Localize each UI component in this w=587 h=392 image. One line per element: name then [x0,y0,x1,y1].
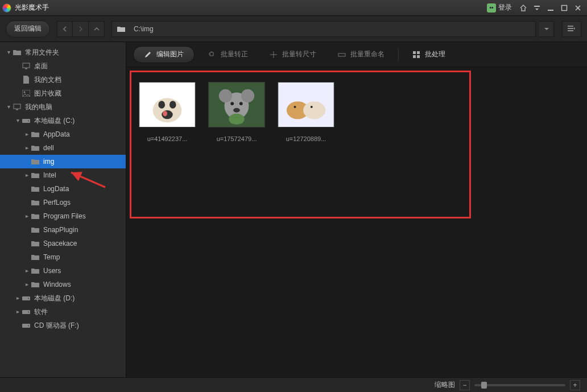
close-button[interactable] [571,2,585,14]
thumb-larger-button[interactable]: + [570,380,580,390]
home-icon[interactable] [516,2,530,14]
svg-point-14 [28,312,29,313]
login-label: 登录 [498,3,512,13]
tree-folder-program-files[interactable]: ▸Program Files [0,209,126,223]
app-title: 光影魔术手 [15,3,49,13]
thumbnail-item[interactable]: u=41492237... [139,82,196,142]
thumbnail-area: u=41492237...u=17572479...u=12720889... [126,67,587,377]
item-label: 本地磁盘 (C:) [34,114,75,127]
item-label: Temp [43,250,60,264]
action-bar: 编辑图片 批量转正 批量转尺寸 批量重命名 批处理 [126,42,587,67]
view-options-button[interactable] [562,21,581,37]
item-icon [31,143,40,152]
item-label: 图片收藏 [34,86,61,100]
tree-computer[interactable]: ▾我的电脑 [0,100,126,114]
separator [398,48,399,61]
nav-up-button[interactable] [89,21,105,37]
tree-desktop[interactable]: 桌面 [0,59,126,73]
svg-rect-8 [16,109,18,110]
twisty-icon: ▸ [23,168,31,182]
thumb-smaller-button[interactable]: − [460,380,470,390]
tree-drive-d[interactable]: ▸本地磁盘 (D:) [0,291,126,305]
svg-point-16 [28,325,29,327]
item-label: img [43,155,54,168]
folder-tree: ▾常用文件夹桌面我的文档图片收藏▾我的电脑▾本地磁盘 (C:)▸AppData▸… [0,42,126,377]
item-label: 本地磁盘 (D:) [34,291,75,305]
item-label: 常用文件夹 [25,46,59,59]
thumbnail-image [139,82,196,127]
twisty-icon: ▸ [23,264,31,278]
tree-soft[interactable]: ▸软件 [0,305,126,319]
item-icon [31,130,40,139]
svg-rect-7 [14,104,20,109]
tree-folder-intel[interactable]: ▸Intel [0,168,126,182]
tree-folder-appdata[interactable]: ▸AppData [0,127,126,141]
tree-pictures[interactable]: 图片收藏 [0,86,126,100]
tree-favorites[interactable]: ▾常用文件夹 [0,46,126,59]
thumbnail-name: u=12720889... [286,135,326,142]
item-icon [31,266,40,275]
maximize-button[interactable] [557,2,571,14]
path-bar[interactable]: C:\img [111,21,536,37]
path-dropdown-button[interactable] [539,21,554,37]
batch-rotate-button[interactable]: 批量转正 [200,46,256,63]
minimize-button[interactable] [544,2,557,14]
item-label: Users [43,264,61,278]
svg-rect-20 [413,55,416,58]
edit-image-button[interactable]: 编辑图片 [133,46,195,63]
item-label: AppData [43,127,70,141]
tree-folder-img[interactable]: img [0,155,126,168]
tree-documents[interactable]: 我的文档 [0,73,126,86]
tree-cd[interactable]: CD 驱动器 (F:) [0,319,126,332]
login-button[interactable]: •• 登录 [482,3,516,13]
item-label: Spacekace [43,237,77,250]
tree-folder-snapplugin[interactable]: SnapPlugin [0,223,126,237]
item-icon [31,184,40,193]
batch-resize-button[interactable]: 批量转尺寸 [262,46,324,63]
svg-point-35 [229,114,244,125]
slider-knob[interactable] [481,382,487,389]
tree-folder-perflogs[interactable]: PerfLogs [0,196,126,209]
item-icon [22,116,31,125]
nav-back-button[interactable] [57,21,73,37]
thumbnail-image [278,82,334,127]
item-label: 桌面 [34,59,48,73]
item-icon [22,321,31,330]
twisty-icon: ▸ [14,291,22,305]
twisty-icon: ▸ [14,305,22,319]
svg-point-24 [158,101,165,109]
tree-folder-users[interactable]: ▸Users [0,264,126,278]
item-icon [22,89,31,98]
svg-point-32 [230,102,234,105]
thumb-size-slider[interactable] [474,384,565,386]
thumbnail-item[interactable]: u=12720889... [278,82,334,142]
item-icon [31,225,40,234]
tree-folder-logdata[interactable]: LogData [0,182,126,196]
svg-point-12 [28,298,29,299]
thumbnail-item[interactable]: u=17572479... [208,82,265,142]
batch-resize-label: 批量转尺寸 [282,49,316,59]
thumbnail-name: u=17572479... [217,135,257,142]
item-label: PerfLogs [43,196,71,209]
svg-point-6 [24,92,26,93]
batch-process-label: 批处理 [425,49,445,59]
svg-rect-0 [534,6,540,7]
nav-group [57,21,105,37]
svg-rect-18 [413,51,416,54]
item-label: 我的文档 [34,73,61,86]
twisty-icon: ▾ [14,114,22,127]
tree-folder-dell[interactable]: ▸dell [0,141,126,155]
item-label: Windows [43,278,71,291]
dropdown-icon[interactable] [530,2,544,14]
tree-folder-spacekace[interactable]: Spacekace [0,237,126,250]
tree-drive-c[interactable]: ▾本地磁盘 (C:) [0,114,126,127]
back-to-edit-button[interactable]: 返回编辑 [6,20,50,38]
nav-forward-button[interactable] [73,21,89,37]
batch-rename-button[interactable]: 批量重命名 [330,46,392,63]
item-label: 软件 [34,305,48,319]
batch-process-button[interactable]: 批处理 [404,46,453,63]
tree-folder-temp[interactable]: Temp [0,250,126,264]
tree-folder-windows[interactable]: ▸Windows [0,278,126,291]
batch-rotate-label: 批量转正 [221,49,248,59]
svg-point-27 [163,111,167,117]
